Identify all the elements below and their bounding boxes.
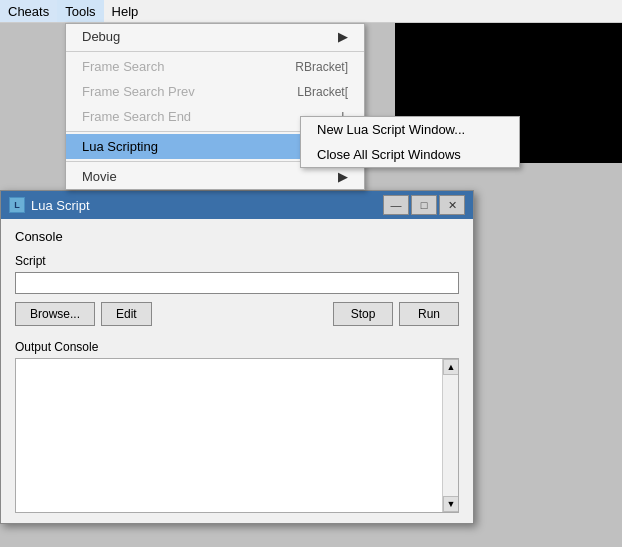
new-lua-label: New Lua Script Window... xyxy=(317,122,465,137)
menubar-item-cheats[interactable]: Cheats xyxy=(0,0,57,22)
debug-label: Debug xyxy=(82,29,120,44)
scrollbar-track[interactable] xyxy=(443,375,458,496)
console-section-title: Console xyxy=(15,229,459,244)
edit-button[interactable]: Edit xyxy=(101,302,152,326)
minimize-icon: — xyxy=(391,199,402,211)
frame-search-label: Frame Search xyxy=(82,59,164,74)
movie-arrow: ▶ xyxy=(338,169,348,184)
frame-search-shortcut: RBracket] xyxy=(295,60,348,74)
output-console[interactable]: ▲ ▼ xyxy=(15,358,459,513)
movie-label: Movie xyxy=(82,169,117,184)
close-all-label: Close All Script Windows xyxy=(317,147,461,162)
close-icon: ✕ xyxy=(448,199,457,212)
scrollbar-inner: ▲ ▼ xyxy=(443,359,458,512)
frame-search-prev-label: Frame Search Prev xyxy=(82,84,195,99)
submenu-item-new-lua[interactable]: New Lua Script Window... xyxy=(301,117,519,142)
browse-button[interactable]: Browse... xyxy=(15,302,95,326)
output-scrollbar[interactable]: ▲ ▼ xyxy=(442,359,458,512)
separator-1 xyxy=(66,51,364,52)
dropdown-item-frame-search[interactable]: Frame Search RBracket] xyxy=(66,54,364,79)
maximize-icon: □ xyxy=(421,199,428,211)
lua-scripting-submenu: New Lua Script Window... Close All Scrip… xyxy=(300,116,520,168)
output-console-label: Output Console xyxy=(15,340,459,354)
frame-search-prev-shortcut: LBracket[ xyxy=(297,85,348,99)
stop-button[interactable]: Stop xyxy=(333,302,393,326)
scroll-up-arrow[interactable]: ▲ xyxy=(443,359,459,375)
script-input[interactable] xyxy=(15,272,459,294)
menubar-item-help[interactable]: Help xyxy=(104,0,147,22)
menubar-item-tools[interactable]: Tools xyxy=(57,0,103,22)
menubar-help-label: Help xyxy=(112,4,139,19)
titlebar-left: L Lua Script xyxy=(9,197,90,213)
submenu-item-close-all[interactable]: Close All Script Windows xyxy=(301,142,519,167)
close-button[interactable]: ✕ xyxy=(439,195,465,215)
lua-content: Console Script Browse... Edit Stop Run O… xyxy=(1,219,473,523)
lua-script-window: L Lua Script — □ ✕ Console Script Browse… xyxy=(0,190,474,524)
menubar-tools-label: Tools xyxy=(65,4,95,19)
dropdown-item-frame-search-prev[interactable]: Frame Search Prev LBracket[ xyxy=(66,79,364,104)
scroll-down-arrow[interactable]: ▼ xyxy=(443,496,459,512)
lua-titlebar: L Lua Script — □ ✕ xyxy=(1,191,473,219)
menubar-cheats-label: Cheats xyxy=(8,4,49,19)
script-field-label: Script xyxy=(15,254,459,268)
lua-window-icon: L xyxy=(9,197,25,213)
frame-search-end-label: Frame Search End xyxy=(82,109,191,124)
run-button[interactable]: Run xyxy=(399,302,459,326)
menubar: Cheats Tools Help xyxy=(0,0,622,23)
maximize-button[interactable]: □ xyxy=(411,195,437,215)
lua-scripting-label: Lua Scripting xyxy=(82,139,158,154)
script-buttons: Browse... Edit Stop Run xyxy=(15,302,459,326)
minimize-button[interactable]: — xyxy=(383,195,409,215)
debug-arrow: ▶ xyxy=(338,29,348,44)
dropdown-item-debug[interactable]: Debug ▶ xyxy=(66,24,364,49)
lua-window-title: Lua Script xyxy=(31,198,90,213)
titlebar-controls: — □ ✕ xyxy=(383,195,465,215)
